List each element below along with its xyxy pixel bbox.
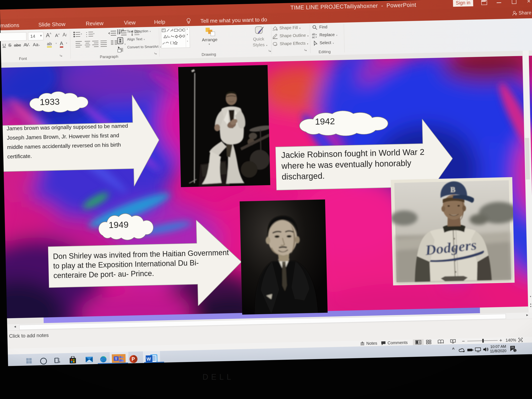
svg-text:▼: ▼ <box>93 33 95 35</box>
svg-text:A: A <box>122 29 124 32</box>
svg-text:ac: ac <box>312 36 315 39</box>
svg-text:▼: ▼ <box>80 33 82 35</box>
svg-text:1: 1 <box>514 349 516 352</box>
svg-text:W: W <box>146 356 151 361</box>
svg-text:B: B <box>450 186 456 194</box>
svg-text:P: P <box>132 356 135 362</box>
svg-text:T: T <box>115 357 117 361</box>
